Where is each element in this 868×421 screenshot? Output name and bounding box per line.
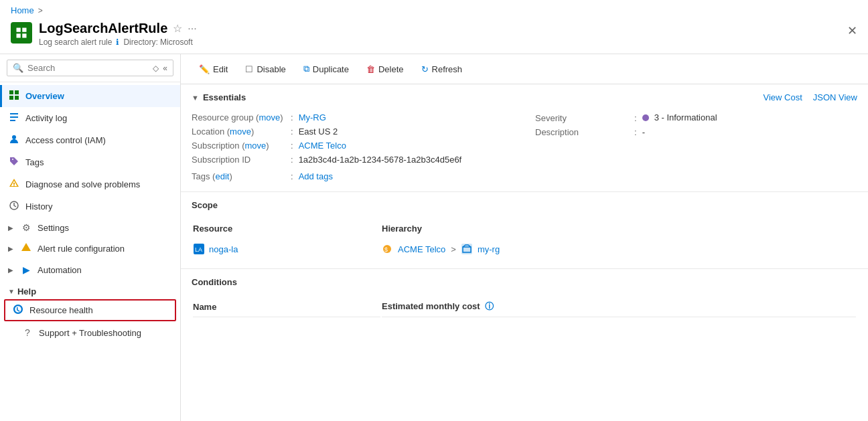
sidebar-item-overview[interactable]: Overview xyxy=(0,85,180,107)
delete-button[interactable]: 🗑 Delete xyxy=(359,60,411,78)
breadcrumb-separator: > xyxy=(38,6,43,15)
refresh-button[interactable]: ↻ Refresh xyxy=(414,60,470,78)
svg-text:$: $ xyxy=(384,246,388,253)
info-cost-icon[interactable]: ⓘ xyxy=(485,301,494,311)
add-tags-link[interactable]: Add tags xyxy=(299,171,333,181)
json-view-link[interactable]: JSON View xyxy=(813,92,857,102)
subscription-id-label: Subscription ID xyxy=(192,155,285,165)
sidebar-item-label-automation: Automation xyxy=(38,265,172,275)
essentials-collapse-icon[interactable]: ▼ xyxy=(192,94,199,102)
search-box[interactable]: 🔍 ◇ « xyxy=(7,60,173,76)
tags-label: Tags (edit) xyxy=(192,171,285,181)
severity-value: 3 - Informational xyxy=(654,112,717,122)
delete-icon: 🗑 xyxy=(366,64,375,74)
sidebar-item-label-alert-rule-config: Alert rule configuration xyxy=(38,244,172,254)
svg-rect-9 xyxy=(10,116,18,118)
sidebar-item-automation[interactable]: ▶ ▶ Automation xyxy=(0,260,180,280)
close-button[interactable]: ✕ xyxy=(847,23,857,38)
resource-name-link[interactable]: noga-la xyxy=(209,244,238,254)
description-label: Description xyxy=(535,127,629,137)
search-icon: 🔍 xyxy=(13,63,23,73)
breadcrumb-home[interactable]: Home xyxy=(11,5,34,15)
access-control-icon xyxy=(8,134,20,147)
resource-health-icon xyxy=(12,304,24,317)
info-icon: ℹ xyxy=(116,37,119,47)
sidebar-item-label-resource-health: Resource health xyxy=(29,305,168,315)
directory-label: Directory: Microsoft xyxy=(123,37,192,47)
edit-icon: ✏️ xyxy=(199,64,210,74)
collapse-help-icon: ▼ xyxy=(8,288,15,295)
edit-button[interactable]: ✏️ Edit xyxy=(192,60,235,78)
svg-rect-3 xyxy=(22,33,26,37)
sidebar-item-label-access-control: Access control (IAM) xyxy=(25,135,172,145)
alert-config-icon xyxy=(20,242,32,255)
colon-sub: : xyxy=(291,141,293,151)
subscription-hierarchy-link[interactable]: ACME Telco xyxy=(398,244,445,254)
svg-rect-8 xyxy=(10,113,18,114)
star-icon[interactable]: ☆ xyxy=(173,22,182,35)
resource-group-move-link[interactable]: move xyxy=(259,112,280,122)
help-group-header[interactable]: ▼ Help xyxy=(0,282,180,298)
page-title: LogSearchAlertRule xyxy=(39,21,167,36)
scope-title: Scope xyxy=(192,200,857,210)
duplicate-icon: ⧉ xyxy=(303,64,309,74)
severity-label: Severity xyxy=(535,113,629,123)
sidebar-item-support[interactable]: ? Support + Troubleshooting xyxy=(0,323,180,343)
conditions-cost-col: Estimated monthly cost ⓘ xyxy=(382,297,856,317)
svg-rect-7 xyxy=(15,96,19,100)
svg-rect-0 xyxy=(17,28,21,32)
hierarchy-arrow: > xyxy=(451,244,456,254)
location-label: Location (move) xyxy=(192,127,285,137)
svg-rect-13 xyxy=(13,185,15,187)
automation-icon: ▶ xyxy=(20,264,32,275)
search-input[interactable] xyxy=(27,63,149,73)
svg-text:LA: LA xyxy=(195,246,202,253)
svg-rect-6 xyxy=(9,96,13,100)
svg-rect-4 xyxy=(9,90,13,94)
sidebar-item-label-history: History xyxy=(25,201,172,212)
subscription-value[interactable]: ACME Telco xyxy=(299,141,346,151)
svg-point-11 xyxy=(12,135,16,139)
scope-hierarchy-col: Hierarchy xyxy=(382,220,856,238)
subscription-move-link[interactable]: move xyxy=(245,141,267,151)
sidebar-item-history[interactable]: History xyxy=(0,195,180,218)
tags-edit-link[interactable]: edit xyxy=(215,171,229,181)
conditions-title: Conditions xyxy=(192,277,857,287)
colon-desc: : xyxy=(634,127,637,137)
duplicate-button[interactable]: ⧉ Duplicate xyxy=(296,60,356,78)
subscription-label: Subscription (move) xyxy=(192,141,285,151)
view-cost-link[interactable]: View Cost xyxy=(763,92,802,102)
resource-group-value[interactable]: My-RG xyxy=(299,112,326,122)
tags-icon xyxy=(8,156,20,169)
essentials-title: Essentials xyxy=(203,92,246,102)
svg-rect-12 xyxy=(13,183,15,185)
sidebar-item-settings[interactable]: ▶ ⚙ Settings xyxy=(0,218,180,238)
disable-button[interactable]: ☐ Disable xyxy=(238,60,293,78)
sidebar-item-access-control[interactable]: Access control (IAM) xyxy=(0,129,180,151)
sidebar-item-alert-rule-config[interactable]: ▶ Alert rule configuration xyxy=(0,238,180,260)
sidebar-item-label-settings: Settings xyxy=(38,223,172,233)
sidebar-item-tags[interactable]: Tags xyxy=(0,151,180,173)
settings-icon: ⚙ xyxy=(20,222,32,233)
conditions-name-col: Name xyxy=(193,297,380,317)
sidebar-item-activity-log[interactable]: Activity log xyxy=(0,107,180,129)
svg-rect-1 xyxy=(22,28,26,32)
sidebar-item-diagnose[interactable]: Diagnose and solve problems xyxy=(0,173,180,195)
rg-hierarchy-link[interactable]: my-rg xyxy=(478,244,500,254)
location-move-link[interactable]: move xyxy=(230,127,251,137)
collapse-icon[interactable]: « xyxy=(163,64,167,73)
more-options-icon[interactable]: ··· xyxy=(188,23,196,35)
colon-subid: : xyxy=(291,155,293,165)
expand-alert-config-icon: ▶ xyxy=(8,245,13,252)
table-row: LA noga-la $ ACME Telco xyxy=(193,239,856,259)
scope-resource-col: Resource xyxy=(193,220,380,238)
resource-subtitle: Log search alert rule xyxy=(39,37,112,47)
sidebar-item-resource-health[interactable]: Resource health xyxy=(4,299,176,321)
svg-rect-10 xyxy=(10,120,15,121)
help-group-label: Help xyxy=(17,286,36,297)
colon-rg: : xyxy=(291,112,293,122)
colon-location: : xyxy=(291,127,293,137)
filter-icon[interactable]: ◇ xyxy=(153,64,159,73)
support-icon: ? xyxy=(21,327,33,338)
history-icon xyxy=(8,200,20,213)
